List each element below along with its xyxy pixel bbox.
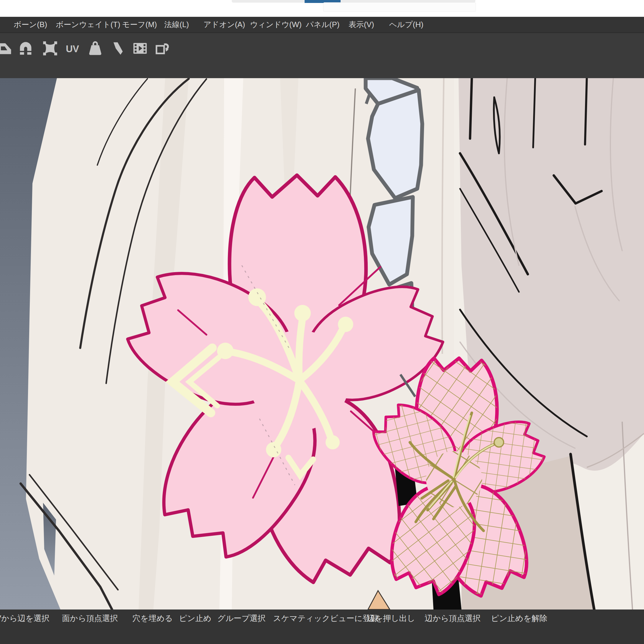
lattice-deform-icon[interactable]	[42, 40, 58, 57]
app-window: ) ボーン(B) ボーンウェイト(T) モーフ(M) 法線(L) アドオン(A)…	[0, 0, 644, 644]
status-item-select-vertex-from-face[interactable]: 面から頂点選択	[62, 612, 118, 624]
status-item-pin[interactable]: ピン止め	[179, 612, 211, 624]
svg-text:UV: UV	[66, 44, 79, 54]
status-item-select-edge-from-uv[interactable]: Vから辺を選択	[0, 612, 50, 624]
viewport-scene	[0, 78, 644, 609]
status-item-register-schematic-view[interactable]: スケマティックビューに登録	[273, 612, 378, 624]
tab-remnant-panel	[323, 2, 476, 12]
viewport-3d[interactable]	[0, 78, 644, 609]
status-item-extrude-edge[interactable]: 辺を押し出し	[367, 612, 415, 624]
menu-item-help[interactable]: ヘルプ(H)	[389, 17, 423, 32]
menu-item-partial[interactable]: )	[0, 17, 0, 32]
weight-icon[interactable]	[87, 40, 103, 57]
menu-item-window[interactable]: ウィンドウ(W)	[250, 17, 302, 32]
film-icon[interactable]	[132, 40, 148, 57]
rig-icon[interactable]	[154, 40, 170, 57]
status-item-select-vertex-from-edge[interactable]: 辺から頂点選択	[425, 612, 481, 624]
knife-icon[interactable]	[110, 40, 126, 57]
menu-item-panel[interactable]: パネル(P)	[306, 17, 340, 32]
menu-item-bone-weight[interactable]: ボーンウェイト(T)	[56, 17, 120, 32]
magnet-icon[interactable]	[17, 40, 34, 57]
status-item-fill-hole[interactable]: 穴を埋める	[132, 612, 173, 624]
uv-icon[interactable]: UV	[65, 40, 82, 57]
menu-item-normal[interactable]: 法線(L)	[164, 17, 189, 32]
menu-item-bone[interactable]: ボーン(B)	[14, 17, 47, 32]
menu-item-addon[interactable]: アドオン(A)	[203, 17, 245, 32]
status-item-group-select[interactable]: グループ選択	[217, 612, 266, 624]
status-bar: Vから辺を選択 面から頂点選択 穴を埋める ピン止め グループ選択 スケマティッ…	[0, 609, 644, 644]
status-item-unpin[interactable]: ピン止めを解除	[491, 612, 548, 624]
top-window-remnant	[0, 0, 644, 17]
plane-cut-icon[interactable]	[0, 40, 13, 57]
toolbar: UV	[0, 32, 644, 78]
menu-item-view[interactable]: 表示(V)	[349, 17, 374, 32]
menu-bar: ) ボーン(B) ボーンウェイト(T) モーフ(M) 法線(L) アドオン(A)…	[0, 17, 644, 32]
menu-item-morph[interactable]: モーフ(M)	[122, 17, 157, 32]
